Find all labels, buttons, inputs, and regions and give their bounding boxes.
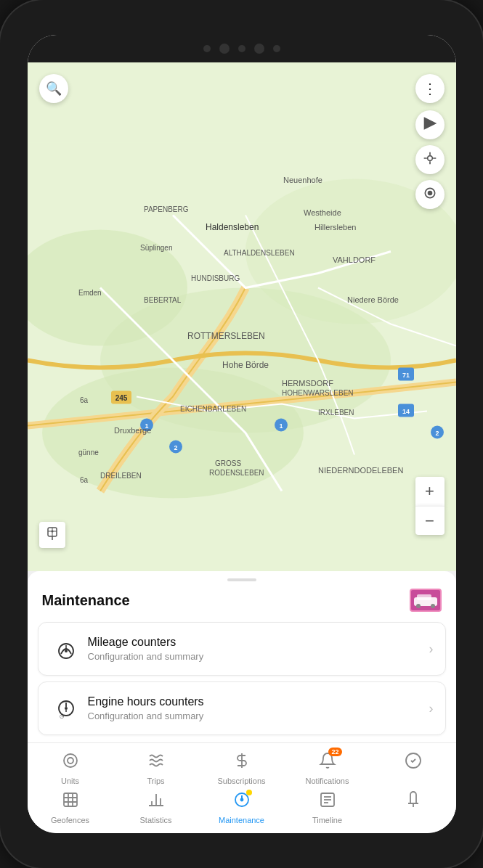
nav-statistics[interactable]: Statistics [113,788,199,827]
engine-title: Engine hours counters [88,695,429,708]
svg-text:Haldensleben: Haldensleben [206,222,259,232]
svg-text:◷: ◷ [60,713,64,718]
engine-text: Engine hours counters Configuration and … [88,695,429,721]
map-nav-button[interactable] [415,110,445,139]
nav-trips[interactable]: Trips [113,749,199,788]
engine-hours-item[interactable]: ◷ Engine hours counters Configuration an… [38,681,446,735]
notifications-label: Notifications [306,777,349,785]
notifications-icon: 22 [319,752,336,774]
svg-text:RODENSLEBEN: RODENSLEBEN [209,469,264,477]
maintenance-label: Maintenance [219,816,264,824]
search-icon: 🔍 [46,81,62,97]
check-icon [405,752,422,774]
svg-text:ALTHALDENSLEBEN: ALTHALDENSLEBEN [224,249,295,257]
nav-more-check[interactable] [370,749,456,788]
svg-point-86 [240,799,243,801]
vehicle-icon [410,589,442,612]
nav-geofences[interactable]: Geofences [28,788,113,827]
plus-icon: + [425,482,434,501]
map-pin-button[interactable] [39,522,65,548]
crosshair-icon [423,151,437,169]
camera-dot-3 [273,45,280,52]
camera-bar [28,35,456,62]
map-search-button[interactable]: 🔍 [39,74,68,103]
engine-arrow-icon: › [429,701,434,716]
svg-text:245: 245 [115,394,127,402]
camera-dot-1 [203,45,211,52]
svg-text:14: 14 [402,408,409,415]
svg-text:Hohe Börde: Hohe Börde [222,360,269,370]
engine-icon: ◷ [50,692,82,724]
svg-text:ROTTMERSLEBEN: ROTTMERSLEBEN [187,331,265,341]
svg-text:HOHENWARSLEBEN: HOHENWARSLEBEN [282,389,354,397]
mileage-title: Mileage counters [88,636,429,649]
mileage-icon [50,633,82,665]
svg-text:Emden: Emden [78,289,102,297]
svg-text:VAHLDORF: VAHLDORF [333,255,376,264]
svg-text:2: 2 [174,444,177,451]
more-icon: ⋮ [423,80,437,97]
nav-notifications[interactable]: 22 Notifications [285,749,370,788]
svg-point-61 [416,604,421,608]
svg-text:71: 71 [402,372,409,379]
svg-text:günne: günne [78,449,99,456]
geofences-label: Geofences [51,816,89,824]
svg-point-71 [68,758,73,763]
maintenance-menu-list: Mileage counters Configuration and summa… [28,622,456,742]
nav-subscriptions[interactable]: Subscriptions [199,749,285,788]
svg-text:6a: 6a [80,396,89,404]
notifications-badge: 22 [328,748,341,756]
svg-point-47 [427,155,432,160]
map-locate-button[interactable] [415,180,445,209]
svg-text:Druxberge: Druxberge [114,426,151,435]
svg-text:Niedere Börde: Niedere Börde [347,295,399,304]
svg-text:Süplingen: Süplingen [140,244,172,252]
svg-text:IRXLEBEN: IRXLEBEN [318,409,354,417]
svg-text:HUNDISBURG: HUNDISBURG [191,274,240,282]
phone-frame: 245 1 2 1 71 14 2 Neuenhofe PAPENBERG [0,0,483,868]
minus-icon: − [425,512,434,531]
svg-point-62 [431,604,435,608]
nav-units[interactable]: Units [28,749,113,788]
svg-point-72 [64,754,77,767]
nav-timeline[interactable]: Timeline [285,788,370,827]
statistics-label: Statistics [139,816,171,824]
svg-text:Neuenhofe: Neuenhofe [283,176,322,184]
svg-rect-60 [417,594,431,600]
geofences-icon [62,791,79,813]
pin-icon [46,526,58,544]
camera-sensor [254,44,264,54]
svg-point-53 [428,191,431,195]
bottom-navigation: Units Trips [28,742,456,830]
svg-point-58 [51,531,53,533]
svg-text:EICHENBARLEBEN: EICHENBARLEBEN [180,405,246,413]
svg-text:HERMSDORF: HERMSDORF [282,379,333,388]
svg-text:Westheide: Westheide [304,208,341,217]
locate-icon [423,186,437,204]
camera-dot-2 [238,45,245,52]
mileage-counters-item[interactable]: Mileage counters Configuration and summa… [38,622,446,676]
subscriptions-icon [233,752,251,774]
units-icon [62,752,79,774]
svg-text:2: 2 [435,430,439,437]
nav-maintenance[interactable]: Maintenance [199,788,285,827]
map-crosshair-button[interactable] [415,145,445,174]
svg-point-67 [65,707,68,710]
sheet-handle-bar [227,578,256,581]
svg-marker-46 [424,118,435,128]
camera-lens [219,44,230,54]
svg-text:NIEDERNDODELEBEN: NIEDERNDODELEBEN [318,466,403,475]
svg-text:Hillersleben: Hillersleben [314,223,356,232]
svg-text:BEBERTAL: BEBERTAL [144,296,182,304]
svg-point-64 [65,650,68,652]
map-zoom-out-button[interactable]: − [415,506,445,535]
map-zoom-in-button[interactable]: + [415,477,445,506]
timeline-label: Timeline [312,816,342,824]
subscriptions-label: Subscriptions [217,777,265,785]
timeline-icon [319,791,336,813]
svg-rect-75 [64,793,77,806]
map-more-button[interactable]: ⋮ [415,74,445,103]
sheet-title: Maintenance [42,592,130,609]
map-area: 245 1 2 1 71 14 2 Neuenhofe PAPENBERG [28,62,456,571]
nav-pin[interactable] [370,788,456,827]
